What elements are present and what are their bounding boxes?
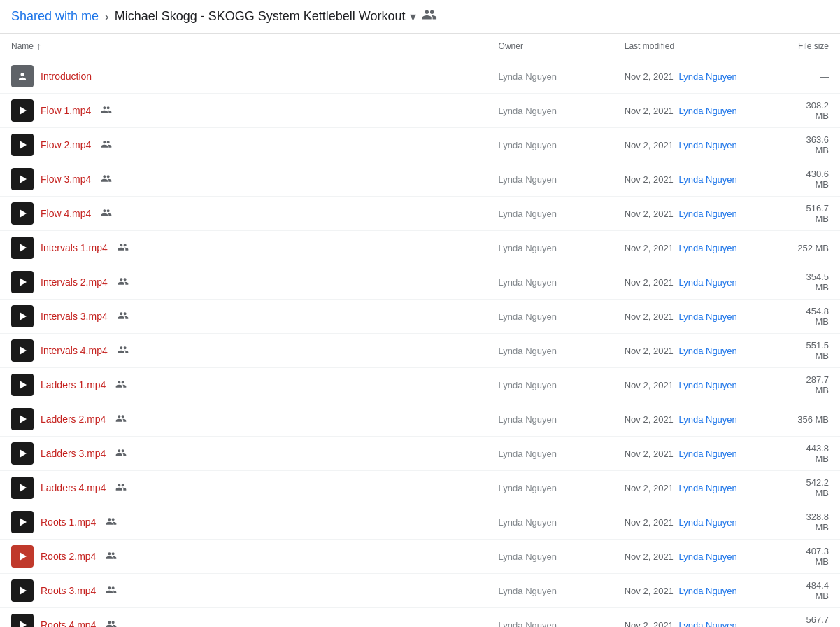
table-row[interactable]: Flow 4.mp4 Lynda Nguyen Nov 2, 2021 Lynd… bbox=[0, 197, 840, 231]
modifier-name: Lynda Nguyen bbox=[678, 174, 736, 185]
file-name: Ladders 1.mp4 bbox=[41, 379, 106, 390]
video-icon bbox=[11, 202, 34, 225]
video-icon bbox=[11, 374, 34, 396]
size-cell: 287.7 MB bbox=[781, 368, 840, 402]
owner-cell: Lynda Nguyen bbox=[487, 59, 613, 94]
modifier-name: Lynda Nguyen bbox=[678, 517, 736, 528]
modified-cell: Nov 2, 2021 Lynda Nguyen bbox=[613, 505, 781, 540]
table-row[interactable]: Intervals 1.mp4 Lynda Nguyen Nov 2, 2021… bbox=[0, 231, 840, 265]
shared-icon bbox=[115, 379, 127, 392]
size-cell: 454.8 MB bbox=[781, 300, 840, 334]
sort-icon[interactable]: ↑ bbox=[36, 41, 41, 52]
video-icon bbox=[11, 442, 34, 465]
file-name: Flow 1.mp4 bbox=[41, 105, 91, 116]
file-name: Ladders 2.mp4 bbox=[41, 414, 106, 425]
size-cell: 551.5 MB bbox=[781, 334, 840, 368]
table-row[interactable]: Roots 2.mp4 Lynda Nguyen Nov 2, 2021 Lyn… bbox=[0, 540, 840, 574]
video-icon bbox=[11, 579, 34, 602]
file-name: Flow 4.mp4 bbox=[41, 208, 91, 219]
table-row[interactable]: Intervals 3.mp4 Lynda Nguyen Nov 2, 2021… bbox=[0, 300, 840, 334]
table-row[interactable]: Roots 1.mp4 Lynda Nguyen Nov 2, 2021 Lyn… bbox=[0, 505, 840, 540]
file-name: Roots 1.mp4 bbox=[41, 516, 96, 528]
file-name: Ladders 4.mp4 bbox=[41, 482, 106, 493]
shared-icon bbox=[118, 241, 129, 255]
folder-name-label: Michael Skogg - SKOGG System Kettlebell … bbox=[115, 9, 406, 24]
shared-with-me-link[interactable]: Shared with me bbox=[11, 9, 99, 24]
table-row[interactable]: Ladders 1.mp4 Lynda Nguyen Nov 2, 2021 L… bbox=[0, 368, 840, 402]
shared-icon bbox=[101, 139, 112, 152]
owner-cell: Lynda Nguyen bbox=[487, 437, 613, 471]
table-row[interactable]: Flow 1.mp4 Lynda Nguyen Nov 2, 2021 Lynd… bbox=[0, 94, 840, 128]
owner-cell: Lynda Nguyen bbox=[487, 94, 613, 128]
size-cell: 328.8 MB bbox=[781, 505, 840, 540]
modified-cell: Nov 2, 2021 Lynda Nguyen bbox=[613, 608, 781, 628]
modifier-name: Lynda Nguyen bbox=[678, 449, 736, 459]
modifier-name: Lynda Nguyen bbox=[678, 346, 736, 356]
modifier-name: Lynda Nguyen bbox=[678, 311, 736, 322]
modified-cell: Nov 2, 2021 Lynda Nguyen bbox=[613, 574, 781, 608]
owner-cell: Lynda Nguyen bbox=[487, 300, 613, 334]
size-cell: 430.6 MB bbox=[781, 162, 840, 197]
owner-cell: Lynda Nguyen bbox=[487, 402, 613, 437]
shared-icon bbox=[106, 619, 117, 628]
table-row[interactable]: Flow 3.mp4 Lynda Nguyen Nov 2, 2021 Lynd… bbox=[0, 162, 840, 197]
video-icon bbox=[11, 168, 34, 190]
modified-cell: Nov 2, 2021 Lynda Nguyen bbox=[613, 368, 781, 402]
shared-icon bbox=[106, 584, 117, 598]
file-name: Flow 2.mp4 bbox=[41, 139, 91, 150]
table-row[interactable]: Ladders 3.mp4 Lynda Nguyen Nov 2, 2021 L… bbox=[0, 437, 840, 471]
modified-cell: Nov 2, 2021 Lynda Nguyen bbox=[613, 197, 781, 231]
size-cell: — bbox=[781, 59, 840, 94]
table-row[interactable]: Roots 4.mp4 Lynda Nguyen Nov 2, 2021 Lyn… bbox=[0, 608, 840, 628]
modifier-name: Lynda Nguyen bbox=[678, 140, 736, 150]
table-row[interactable]: Intervals 4.mp4 Lynda Nguyen Nov 2, 2021… bbox=[0, 334, 840, 368]
video-icon bbox=[11, 339, 34, 362]
table-row[interactable]: Roots 3.mp4 Lynda Nguyen Nov 2, 2021 Lyn… bbox=[0, 574, 840, 608]
size-cell: 252 MB bbox=[781, 231, 840, 265]
modifier-name: Lynda Nguyen bbox=[678, 483, 736, 493]
video-icon bbox=[11, 134, 34, 156]
size-cell: 567.7 MB bbox=[781, 608, 840, 628]
modified-cell: Nov 2, 2021 Lynda Nguyen bbox=[613, 402, 781, 437]
col-name-header: Name bbox=[11, 41, 34, 51]
modified-cell: Nov 2, 2021 Lynda Nguyen bbox=[613, 59, 781, 94]
owner-cell: Lynda Nguyen bbox=[487, 334, 613, 368]
table-row[interactable]: Introduction Lynda Nguyen Nov 2, 2021 Ly… bbox=[0, 59, 840, 94]
video-icon-red bbox=[11, 545, 34, 568]
file-name: Introduction bbox=[41, 71, 92, 82]
people-icon[interactable] bbox=[422, 7, 437, 26]
size-cell: 356 MB bbox=[781, 402, 840, 437]
size-cell: 354.5 MB bbox=[781, 265, 840, 300]
size-cell: 484.4 MB bbox=[781, 574, 840, 608]
owner-cell: Lynda Nguyen bbox=[487, 471, 613, 505]
modifier-name: Lynda Nguyen bbox=[678, 106, 736, 116]
modifier-name: Lynda Nguyen bbox=[678, 71, 736, 82]
shared-icon bbox=[115, 447, 127, 460]
table-row[interactable]: Intervals 2.mp4 Lynda Nguyen Nov 2, 2021… bbox=[0, 265, 840, 300]
file-name: Roots 2.mp4 bbox=[41, 551, 96, 562]
file-name: Roots 4.mp4 bbox=[41, 619, 96, 627]
modified-cell: Nov 2, 2021 Lynda Nguyen bbox=[613, 437, 781, 471]
size-cell: 407.3 MB bbox=[781, 540, 840, 574]
owner-cell: Lynda Nguyen bbox=[487, 197, 613, 231]
modifier-name: Lynda Nguyen bbox=[678, 586, 736, 596]
shared-icon bbox=[106, 516, 117, 529]
video-icon bbox=[11, 614, 34, 627]
col-owner-header: Owner bbox=[487, 34, 613, 59]
dropdown-icon[interactable]: ▾ bbox=[410, 9, 416, 24]
modified-cell: Nov 2, 2021 Lynda Nguyen bbox=[613, 334, 781, 368]
table-row[interactable]: Ladders 2.mp4 Lynda Nguyen Nov 2, 2021 L… bbox=[0, 402, 840, 437]
video-icon bbox=[11, 305, 34, 327]
modified-cell: Nov 2, 2021 Lynda Nguyen bbox=[613, 471, 781, 505]
owner-cell: Lynda Nguyen bbox=[487, 162, 613, 197]
file-table: Name ↑ Owner Last modified File size Int… bbox=[0, 34, 840, 627]
owner-cell: Lynda Nguyen bbox=[487, 574, 613, 608]
file-name: Intervals 3.mp4 bbox=[41, 311, 108, 322]
modified-cell: Nov 2, 2021 Lynda Nguyen bbox=[613, 162, 781, 197]
breadcrumb-separator: › bbox=[104, 8, 109, 24]
file-name: Flow 3.mp4 bbox=[41, 174, 91, 185]
shared-icon bbox=[101, 104, 112, 118]
modified-cell: Nov 2, 2021 Lynda Nguyen bbox=[613, 265, 781, 300]
table-row[interactable]: Flow 2.mp4 Lynda Nguyen Nov 2, 2021 Lynd… bbox=[0, 128, 840, 162]
table-row[interactable]: Ladders 4.mp4 Lynda Nguyen Nov 2, 2021 L… bbox=[0, 471, 840, 505]
